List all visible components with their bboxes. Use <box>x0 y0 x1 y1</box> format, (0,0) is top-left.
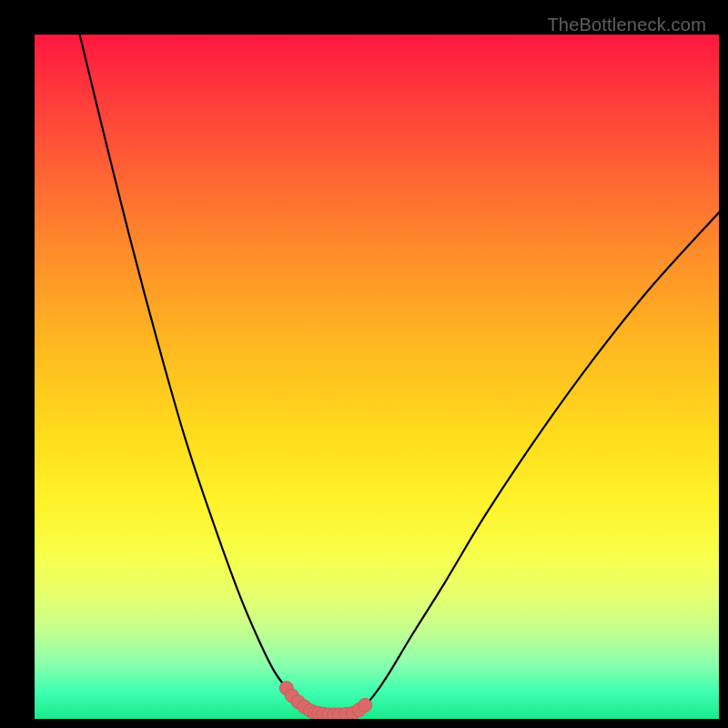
watermark-text: TheBottleneck.com <box>547 15 706 35</box>
chart-svg <box>35 35 719 719</box>
marker-point <box>359 698 372 712</box>
right-curve <box>353 213 719 713</box>
chart-frame: TheBottleneck.com <box>13 13 715 715</box>
marker-group <box>279 682 371 719</box>
plot-area <box>35 35 719 719</box>
left-curve <box>80 35 318 713</box>
